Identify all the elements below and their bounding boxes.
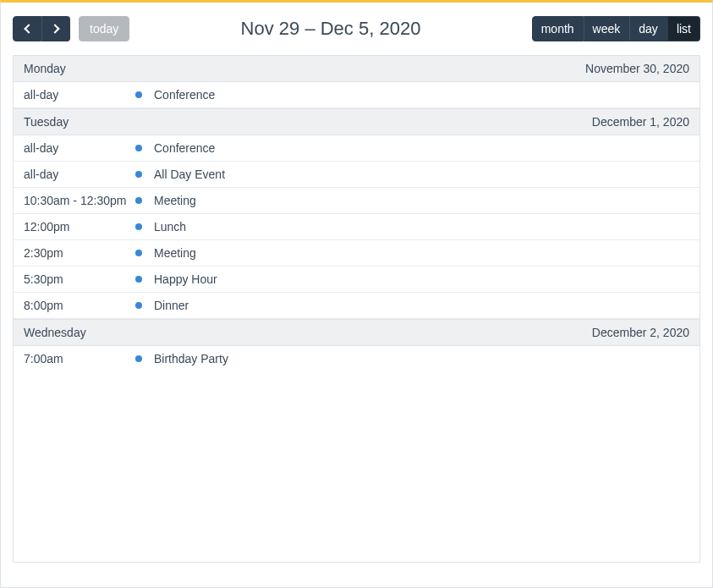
event-dot-icon <box>135 355 142 362</box>
day-date: December 1, 2020 <box>592 115 689 129</box>
event-title: All Day Event <box>154 168 689 181</box>
event-dot-icon <box>135 91 142 98</box>
event-row[interactable]: 8:00pmDinner <box>14 293 699 319</box>
day-weekday: Monday <box>24 62 66 75</box>
event-dot-icon <box>135 145 142 151</box>
day-header[interactable]: TuesdayDecember 1, 2020 <box>14 108 699 135</box>
day-header[interactable]: MondayNovember 30, 2020 <box>14 56 699 82</box>
view-switcher: monthweekdaylist <box>532 16 700 41</box>
next-button[interactable] <box>41 16 70 41</box>
event-list: MondayNovember 30, 2020all-dayConference… <box>13 55 700 563</box>
event-time: 8:00pm <box>24 299 135 312</box>
day-date: November 30, 2020 <box>585 62 689 75</box>
event-row[interactable]: all-dayAll Day Event <box>14 162 699 188</box>
event-title: Dinner <box>154 299 689 312</box>
day-weekday: Wednesday <box>24 326 86 339</box>
event-dot-icon <box>135 223 142 230</box>
toolbar: today Nov 29 – Dec 5, 2020 monthweekdayl… <box>13 14 700 43</box>
event-title: Meeting <box>154 246 689 260</box>
nav-button-group <box>13 16 70 41</box>
event-title: Happy Hour <box>154 272 689 286</box>
event-time: all-day <box>24 141 135 155</box>
event-title: Meeting <box>154 194 689 207</box>
event-time: 2:30pm <box>24 246 135 260</box>
event-dot-icon <box>135 197 142 204</box>
event-time: 12:00pm <box>24 220 135 234</box>
today-button[interactable]: today <box>79 16 129 41</box>
event-row[interactable]: 2:30pmMeeting <box>14 240 699 267</box>
day-header[interactable]: WednesdayDecember 2, 2020 <box>14 319 699 346</box>
event-row[interactable]: 10:30am - 12:30pmMeeting <box>14 188 699 214</box>
event-title: Birthday Party <box>154 352 689 365</box>
view-button-month[interactable]: month <box>532 16 584 41</box>
toolbar-left: today <box>13 16 129 41</box>
event-dot-icon <box>135 250 142 256</box>
event-title: Conference <box>154 141 689 155</box>
calendar-app: today Nov 29 – Dec 5, 2020 monthweekdayl… <box>0 0 713 588</box>
event-time: 10:30am - 12:30pm <box>24 194 135 207</box>
event-dot-icon <box>135 276 142 283</box>
event-time: all-day <box>24 168 135 181</box>
event-row[interactable]: all-dayConference <box>14 135 699 162</box>
event-title: Lunch <box>154 220 689 234</box>
event-dot-icon <box>135 171 142 178</box>
event-row[interactable]: 12:00pmLunch <box>14 214 699 240</box>
date-range-title: Nov 29 – Dec 5, 2020 <box>129 18 531 40</box>
chevron-right-icon <box>50 24 59 33</box>
event-row[interactable]: all-dayConference <box>14 82 699 108</box>
chevron-left-icon <box>24 24 33 33</box>
event-row[interactable]: 5:30pmHappy Hour <box>14 267 699 293</box>
event-time: 7:00am <box>24 352 135 365</box>
event-time: 5:30pm <box>24 272 135 286</box>
event-row[interactable]: 7:00amBirthday Party <box>14 346 699 371</box>
event-title: Conference <box>154 88 689 102</box>
day-weekday: Tuesday <box>24 115 69 129</box>
prev-button[interactable] <box>13 16 41 41</box>
view-button-week[interactable]: week <box>584 16 630 41</box>
view-button-day[interactable]: day <box>629 16 667 41</box>
event-dot-icon <box>135 302 142 309</box>
view-button-list[interactable]: list <box>667 16 700 41</box>
day-date: December 2, 2020 <box>592 326 689 339</box>
event-time: all-day <box>24 88 135 102</box>
